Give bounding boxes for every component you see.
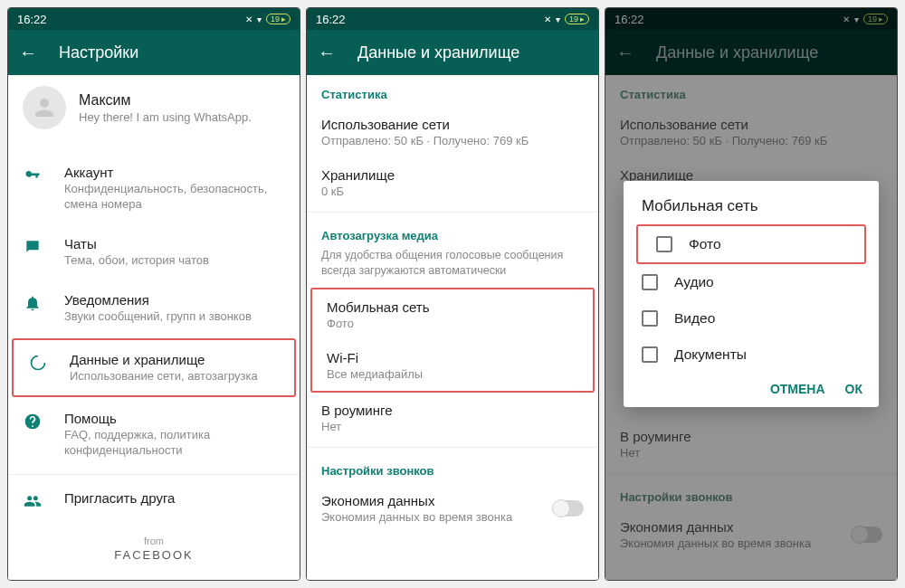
row-help[interactable]: ПомощьFAQ, поддержка, политика конфиденц…	[8, 399, 300, 470]
checkbox-icon[interactable]	[642, 310, 658, 327]
key-icon	[23, 166, 43, 185]
phone-settings: 16:22 ✕ ▾ 19▸ ← Настройки Максим Hey the…	[7, 7, 300, 581]
row-data-storage[interactable]: Данные и хранилищеИспользование сети, ав…	[12, 338, 296, 398]
media-note: Для удобства общения голосовые сообщения…	[307, 248, 598, 288]
dialog-actions: ОТМЕНА ОК	[624, 373, 879, 400]
checkbox-icon[interactable]	[656, 236, 672, 252]
data-storage-list: Статистика Использование сети Отправлено…	[307, 75, 598, 580]
phone-dialog: 16:22 ✕ ▾ 19▸ ← Данные и хранилище Стати…	[605, 7, 898, 581]
row-notifications[interactable]: УведомленияЗвуки сообщений, групп и звон…	[8, 280, 300, 337]
page-title: Настройки	[59, 43, 138, 62]
status-time: 16:22	[316, 13, 346, 26]
status-bar: 16:22 ✕ ▾ 19▸	[8, 8, 300, 30]
app-bar: ← Настройки	[8, 30, 300, 75]
section-calls: Настройки звонков	[307, 451, 598, 483]
page-title: Данные и хранилище	[357, 43, 519, 62]
data-usage-icon	[28, 353, 48, 373]
row-chats[interactable]: ЧатыТема, обои, история чатов	[8, 224, 300, 280]
row-network-usage[interactable]: Использование сети Отправлено: 50 кБ · П…	[307, 107, 598, 157]
profile-row[interactable]: Максим Hey there! I am using WhatsApp.	[8, 75, 300, 142]
back-arrow-icon[interactable]: ←	[318, 43, 336, 63]
row-wifi[interactable]: Wi-Fi Все медиафайлы	[312, 340, 593, 391]
row-invite[interactable]: Пригласить друга	[8, 479, 300, 523]
dnd-icon: ✕	[245, 14, 252, 24]
people-icon	[23, 491, 43, 511]
mobile-network-dialog: Мобильная сеть Фото Аудио Видео Документ…	[624, 181, 879, 407]
section-media: Автозагрузка медиа	[307, 216, 598, 248]
highlight-autodownload: Мобильная сеть Фото Wi-Fi Все медиафайлы	[310, 288, 595, 393]
toggle-economy[interactable]	[553, 500, 584, 517]
chat-icon	[23, 237, 43, 257]
status-time: 16:22	[17, 13, 47, 26]
option-audio[interactable]: Аудио	[624, 264, 879, 300]
option-photo[interactable]: Фото	[636, 224, 866, 264]
back-arrow-icon[interactable]: ←	[19, 43, 37, 63]
phone-data-storage: 16:22 ✕ ▾ 19▸ ← Данные и хранилище Стати…	[306, 7, 599, 581]
checkbox-icon[interactable]	[642, 346, 658, 363]
ok-button[interactable]: ОК	[845, 382, 862, 396]
row-mobile-network[interactable]: Мобильная сеть Фото	[312, 289, 593, 340]
status-indicators: ✕ ▾ 19▸	[544, 14, 589, 24]
status-indicators: ✕ ▾ 19▸	[245, 14, 291, 24]
row-roaming[interactable]: В роуминге Нет	[307, 393, 598, 443]
status-bar: 16:22 ✕ ▾ 19▸	[307, 8, 598, 30]
option-documents[interactable]: Документы	[624, 337, 879, 373]
cancel-button[interactable]: ОТМЕНА	[770, 382, 825, 396]
dnd-icon: ✕	[544, 14, 551, 24]
bell-icon	[23, 293, 43, 313]
battery-badge: 19▸	[266, 14, 291, 24]
profile-text: Максим Hey there! I am using WhatsApp.	[79, 92, 252, 124]
section-stats: Статистика	[307, 75, 598, 107]
row-storage[interactable]: Хранилище 0 кБ	[307, 157, 598, 208]
profile-status: Hey there! I am using WhatsApp.	[79, 110, 252, 124]
avatar-icon	[23, 86, 66, 129]
signal-icon: ▾	[257, 14, 262, 24]
row-account[interactable]: АккаунтКонфиденциальность, безопасность,…	[8, 153, 300, 224]
row-data-economy[interactable]: Экономия данных Экономия данных во время…	[307, 483, 598, 534]
modal-overlay[interactable]: Мобильная сеть Фото Аудио Видео Документ…	[605, 8, 897, 580]
help-icon	[23, 412, 43, 432]
dialog-title: Мобильная сеть	[624, 197, 879, 224]
battery-badge: 19▸	[565, 14, 589, 24]
option-video[interactable]: Видео	[624, 300, 879, 337]
profile-name: Максим	[79, 92, 252, 109]
checkbox-icon[interactable]	[642, 274, 658, 290]
signal-icon: ▾	[556, 14, 560, 24]
settings-list: Максим Hey there! I am using WhatsApp. А…	[8, 75, 300, 580]
footer-brand: from FACEBOOK	[8, 523, 300, 571]
app-bar: ← Данные и хранилище	[307, 30, 598, 75]
